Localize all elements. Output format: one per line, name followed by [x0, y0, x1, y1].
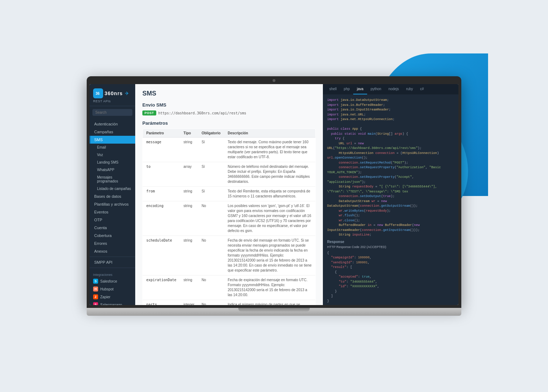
code-body: import java.io.DataOutputStream; import … [323, 94, 458, 237]
sidebar-item-label: Plantillas y archivos [94, 202, 129, 206]
sidebar-item-email[interactable]: Email [90, 144, 135, 151]
param-type: array [180, 162, 198, 187]
sidebar-item-label: Voz [97, 153, 103, 157]
sidebar-logo: 36 360nrs ✈ REST APIs [90, 84, 135, 106]
param-name: scheduleDate [146, 238, 172, 242]
integrations-label: Integraciones [90, 271, 135, 277]
tab-shell[interactable]: shell [326, 84, 340, 94]
sidebar-item-label: WhatsAPP [97, 168, 114, 172]
sidebar-item-sms[interactable]: SMS [90, 136, 135, 144]
col-header-type: Tipo [180, 129, 198, 138]
sidebar-item-label: Errores [94, 241, 107, 246]
sidebar-item-bases-datos[interactable]: Bases de datos [90, 192, 135, 200]
params-title: Parámetros [142, 120, 316, 126]
sidebar-item-whatsapp[interactable]: WhatsAPP [90, 166, 135, 174]
integration-salesforce[interactable]: S Salesforce [90, 277, 135, 285]
sidebar-item-otp[interactable]: OTP [90, 216, 135, 224]
sidebar-item-eventos[interactable]: Eventos [90, 208, 135, 216]
sidebar-item-cuenta[interactable]: Cuenta [90, 224, 135, 232]
zapier-icon: Z [93, 294, 98, 299]
endpoint-url: https://dashboard.360nrs.com/api/rest/sm… [158, 111, 247, 115]
svg-text:36: 36 [96, 92, 100, 96]
table-row: encodingstringNoLos posibles valores son… [143, 201, 316, 236]
search-input[interactable] [92, 109, 132, 116]
sidebar-item-label: Landing SMS [97, 160, 118, 164]
sidebar-item-cobertura[interactable]: Cobertura [90, 232, 135, 239]
logo-icon: 36 [93, 88, 103, 98]
sidebar-divider-2 [90, 268, 135, 268]
logo-plane-icon: ✈ [125, 91, 129, 96]
param-desc: Fecha de envío del mensaje en formato UT… [224, 236, 315, 275]
sidebar-item-label: Cuenta [94, 226, 107, 230]
sidebar-item-label: Listado de campañas [97, 187, 131, 191]
sidebar-item-listado-camp[interactable]: Listado de campañas [90, 185, 135, 192]
param-desc: Texto del mensaje. Como máximo puede ten… [224, 138, 315, 162]
sidebar-item-label: Mensajes programados [97, 175, 132, 183]
integration-hubspot[interactable]: H Hubspot [90, 285, 135, 293]
sidebar-item-label: Bases de datos [94, 194, 121, 198]
response-code: HTTP Response Code 202 (ACCEPTED) [327, 245, 454, 249]
sidebar-item-landing-sms[interactable]: Landing SMS [90, 159, 135, 166]
integration-salesmanago[interactable]: S Salesmanago [90, 301, 135, 305]
sidebar-item-campanas[interactable]: Campañas [90, 128, 135, 136]
tab-java[interactable]: java [353, 84, 367, 94]
method-badge: POST [142, 110, 156, 115]
param-desc: Fecha de expiración del mensaje en forma… [224, 275, 315, 300]
sidebar-item-label: Campañas [94, 130, 113, 134]
param-required: No [198, 275, 224, 300]
param-name: expirationDate [146, 278, 176, 282]
param-name: from [146, 189, 155, 193]
table-row: expirationDatestringNoFecha de expiració… [143, 275, 316, 300]
table-row: toarraySíNúmero de teléfono móvil destin… [143, 162, 316, 187]
code-panel: shell php java python nodejs ruby c# imp… [323, 84, 458, 305]
param-name: to [146, 165, 151, 169]
col-header-required: Obligatorio [198, 129, 224, 138]
tab-python[interactable]: python [367, 84, 385, 94]
sidebar-item-plantillas[interactable]: Plantillas y archivos [90, 200, 135, 208]
param-type: string [180, 236, 198, 275]
logo-text: 360nrs [105, 91, 123, 96]
sidebar-item-errores[interactable]: Errores [90, 239, 135, 247]
param-type: string [180, 275, 198, 300]
sidebar-item-mensajes-prog[interactable]: Mensajes programados [90, 174, 135, 185]
sidebar-item-label: Cobertura [94, 233, 112, 238]
laptop-screen-frame: 36 360nrs ✈ REST APIs Autenti [87, 76, 461, 308]
sidebar-item-autenticacion[interactable]: Autenticación [90, 120, 135, 128]
sidebar-item-label: Email [97, 145, 106, 149]
laptop: 36 360nrs ✈ REST APIs Autenti [87, 76, 461, 316]
tab-ruby[interactable]: ruby [402, 84, 416, 94]
param-desc: Texto del Remitente, esta etiqueta se co… [224, 187, 315, 201]
param-desc: Indica el número máximo de partes en que… [224, 300, 315, 305]
sidebar-item-voz[interactable]: Voz [90, 151, 135, 159]
integration-zapier[interactable]: Z Zapier [90, 293, 135, 301]
params-table: Parámetro Tipo Obligatorio Descripción m… [142, 129, 316, 305]
table-row: fromstringSíTexto del Remitente, esta et… [143, 187, 316, 201]
tab-csharp[interactable]: c# [417, 84, 428, 94]
table-row: partsintegerNoIndica el número máximo de… [143, 300, 316, 305]
param-name: encoding [146, 204, 163, 208]
page-title: SMS [142, 90, 316, 97]
param-type: string [180, 138, 198, 162]
integration-label: Zapier [100, 295, 110, 299]
param-desc: Número de teléfono móvil destinatario de… [224, 162, 315, 187]
table-row: scheduleDatestringNoFecha de envío del m… [143, 236, 316, 275]
response-section: Response HTTP Response Code 202 (ACCEPTE… [323, 237, 458, 305]
sidebar-divider-1 [90, 257, 135, 257]
sidebar-item-smpp[interactable]: SMPP API [90, 258, 135, 266]
param-type: string [180, 201, 198, 236]
integration-label: Hubspot [100, 287, 113, 291]
sidebar-item-label: Eventos [94, 210, 108, 214]
param-type: integer [180, 300, 198, 305]
param-name: parts [146, 303, 157, 305]
tab-nodejs[interactable]: nodejs [385, 84, 402, 94]
tab-php[interactable]: php [340, 84, 354, 94]
param-name: message [146, 140, 161, 144]
integration-label: Salesforce [100, 279, 117, 283]
code-tabs: shell php java python nodejs ruby c# [323, 84, 458, 94]
sidebar: 36 360nrs ✈ REST APIs Autenti [90, 84, 135, 305]
sidebar-nav: Autenticación Campañas SMS Email Voz [90, 119, 135, 271]
response-json: { "campaignId": 100000, "sendingId": 100… [327, 251, 454, 304]
sidebar-item-label: Anexos [94, 249, 107, 253]
col-header-param: Parámetro [143, 129, 180, 138]
sidebar-item-anexos[interactable]: Anexos [90, 247, 135, 255]
